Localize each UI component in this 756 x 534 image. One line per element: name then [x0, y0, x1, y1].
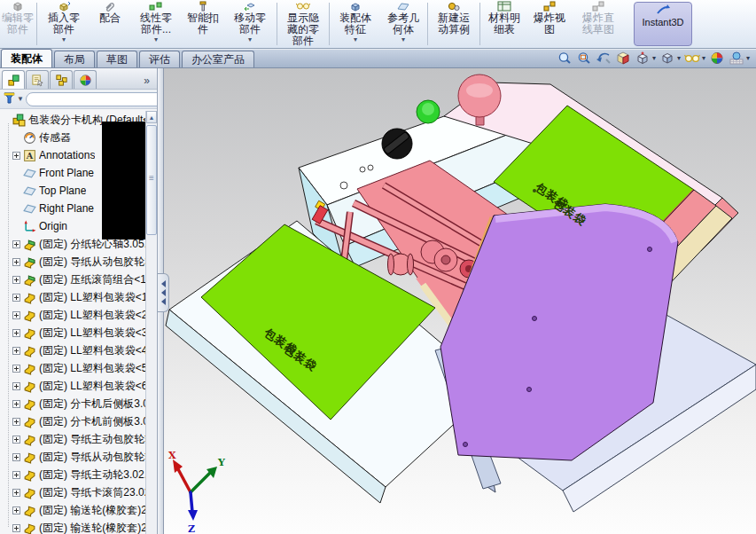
toolbar-button-move-component[interactable]: 移动零 部件▾	[224, 0, 276, 49]
dropdown-caret-icon[interactable]: ▾	[677, 54, 681, 62]
panel-tabs-overflow-chevron[interactable]: »	[144, 75, 155, 89]
dropdown-caret-icon[interactable]: ▾	[652, 54, 656, 62]
toolbar-button-show-hidden-components[interactable]: 显示隐 藏的零 部件	[278, 0, 328, 49]
toolbar-button-linear-component-pattern[interactable]: 线性零 部件...▾	[130, 0, 182, 49]
plane-icon	[23, 202, 36, 216]
toolbar-button-new-motion-study[interactable]: 新建运 动算例	[429, 0, 479, 49]
expand-plus-icon[interactable]	[12, 294, 20, 302]
part-yellow-icon	[23, 522, 36, 534]
panel-tab-property-manager[interactable]	[26, 70, 49, 89]
command-manager-toolbar: 编辑零 部件插入零 部件▾配合线性零 部件...▾智能扣 件移动零 部件▾显示隐…	[0, 0, 756, 49]
toolbar-button-exploded-view[interactable]: 爆炸视 图	[527, 0, 572, 49]
assembly-icon	[12, 114, 26, 127]
expand-plus-icon[interactable]	[12, 258, 20, 266]
dropdown-caret-icon[interactable]: ▾	[62, 36, 66, 43]
graphics-viewport[interactable]: 包装袋 包装袋 包装袋 包装袋 X Y Z	[164, 68, 756, 534]
tree-item-label: (固定) 导纸从动包胶轮轴	[39, 450, 146, 465]
toolbar-button-insert-components[interactable]: 插入零 部件▾	[38, 0, 90, 49]
expand-plus-icon[interactable]	[12, 471, 20, 479]
tree-row-15[interactable]: (固定) 分卡机后侧板3.02	[0, 395, 146, 412]
expand-plus-icon[interactable]	[12, 365, 20, 373]
expand-plus-icon[interactable]	[12, 436, 20, 444]
toolbar-button-instant3d[interactable]: Instant3D	[634, 2, 692, 46]
zoom-to-fit-icon[interactable]	[556, 51, 573, 66]
toolbar-button-label: Instant3D	[642, 17, 683, 28]
tree-row-14[interactable]: (固定) LL塑料包装袋<6>	[0, 377, 146, 395]
previous-view-icon[interactable]	[595, 51, 612, 66]
toolbar-button-label: 爆炸视 图	[534, 12, 565, 35]
zoom-to-area-icon[interactable]	[575, 51, 593, 66]
expand-plus-icon[interactable]	[12, 329, 20, 337]
toolbar-button-smart-fasteners[interactable]: 智能扣 件	[182, 0, 224, 49]
dropdown-caret-icon[interactable]: ▾	[248, 36, 252, 43]
coordinate-triad: X Y Z	[168, 450, 225, 534]
plane-icon	[23, 167, 36, 180]
tree-row-18[interactable]: (固定) 导纸从动包胶轮轴	[0, 448, 146, 466]
toolbar-button-bill-of-materials[interactable]: 材料明 细表	[481, 0, 527, 49]
tree-row-16[interactable]: (固定) 分卡机前侧板3.02	[0, 412, 146, 430]
tab-evaluate[interactable]: 评估	[139, 51, 180, 67]
tree-row-10[interactable]: (固定) LL塑料包装袋<2>	[0, 306, 146, 324]
heads-up-view-toolbar: ▾▾▾▾	[556, 49, 756, 67]
expand-plus-icon[interactable]	[12, 489, 20, 497]
expand-plus-icon[interactable]	[12, 453, 20, 461]
feature-manager-panel: » ▼ 包装袋分卡机构 (Default<D传感器AAnnotationsFro…	[0, 68, 158, 534]
dropdown-caret-icon[interactable]: ▾	[354, 36, 357, 43]
tree-row-21[interactable]: (固定) 输送轮(橡胶套)2.0	[0, 501, 146, 519]
dropdown-caret-icon[interactable]: ▾	[702, 54, 705, 62]
edit-appearance-icon[interactable]	[708, 51, 726, 66]
expand-plus-icon[interactable]	[12, 382, 20, 390]
hide-show-items-icon[interactable]	[683, 51, 701, 66]
toolbar-button-label: 材料明 细表	[488, 12, 520, 35]
filter-input[interactable]	[26, 92, 158, 106]
apply-scene-icon[interactable]	[728, 51, 745, 66]
panel-collapse-tab[interactable]	[158, 273, 169, 312]
expand-plus-icon[interactable]	[12, 276, 20, 284]
tree-row-22[interactable]: (固定) 输送轮(橡胶套)2.0	[0, 519, 146, 534]
display-style-icon[interactable]	[659, 51, 676, 66]
scroll-up-arrow-icon[interactable]: ▲	[146, 111, 157, 123]
toolbar-button-label: 爆炸直 线草图	[582, 12, 614, 35]
tree-row-8[interactable]: (固定) 压纸滚筒组合<1>	[0, 271, 146, 288]
dropdown-caret-icon[interactable]: ▾	[746, 54, 750, 62]
tab-office-products[interactable]: 办公室产品	[182, 51, 254, 67]
scrollbar-thumb[interactable]	[146, 125, 157, 235]
dropdown-caret-icon[interactable]: ▾	[401, 36, 405, 43]
part-yellow-icon	[23, 309, 36, 322]
triad-y-label: Y	[217, 457, 225, 468]
expand-plus-icon[interactable]	[12, 311, 20, 319]
panel-tab-feature-manager[interactable]	[2, 70, 25, 89]
tab-layout[interactable]: 布局	[54, 51, 95, 67]
toolbar-button-reference-geometry[interactable]: 参考几 何体▾	[380, 0, 426, 49]
filter-funnel-icon[interactable]	[4, 91, 15, 107]
expand-plus-icon[interactable]	[12, 400, 20, 408]
sensor-icon	[23, 131, 36, 145]
expand-plus-icon[interactable]	[12, 524, 20, 532]
tree-row-7[interactable]: (固定) 导纸从动包胶轮3.	[0, 253, 146, 271]
dropdown-caret-icon[interactable]: ▾	[154, 36, 158, 43]
expand-plus-icon[interactable]	[12, 347, 20, 355]
tree-row-9[interactable]: (固定) LL塑料包装袋<1>	[0, 288, 146, 306]
filter-dropdown-caret-icon[interactable]: ▼	[17, 95, 24, 103]
toolbar-button-mate[interactable]: 配合	[90, 0, 130, 49]
tree-row-12[interactable]: (固定) LL塑料包装袋<4>	[0, 342, 146, 359]
expand-plus-icon[interactable]	[12, 507, 20, 514]
section-view-icon[interactable]	[614, 51, 632, 66]
tree-item-label: (固定) LL塑料包装袋<6>	[39, 379, 146, 394]
expand-plus-icon[interactable]	[12, 152, 20, 160]
tree-row-19[interactable]: (固定) 导纸主动轮3.02.1	[0, 466, 146, 483]
toolbar-button-assembly-features[interactable]: 装配体 特征▾	[331, 0, 380, 49]
collapse-arrow-icon	[161, 280, 166, 287]
expand-plus-icon[interactable]	[12, 240, 20, 248]
expand-plus-icon[interactable]	[12, 418, 20, 426]
tree-row-11[interactable]: (固定) LL塑料包装袋<3>	[0, 324, 146, 342]
panel-tab-configuration-manager[interactable]	[50, 70, 73, 89]
tab-sketch[interactable]: 草图	[97, 51, 137, 67]
tree-scrollbar[interactable]: ▲	[145, 111, 157, 534]
tree-row-17[interactable]: (固定) 导纸主动包胶轮轴	[0, 430, 146, 448]
view-orientation-icon[interactable]	[634, 51, 651, 66]
tab-assembly[interactable]: 装配体	[1, 49, 52, 67]
panel-tab-display-manager[interactable]	[74, 70, 97, 89]
tree-row-13[interactable]: (固定) LL塑料包装袋<5>	[0, 359, 146, 377]
tree-row-20[interactable]: (固定) 导纸卡滚筒23.02.	[0, 483, 146, 501]
